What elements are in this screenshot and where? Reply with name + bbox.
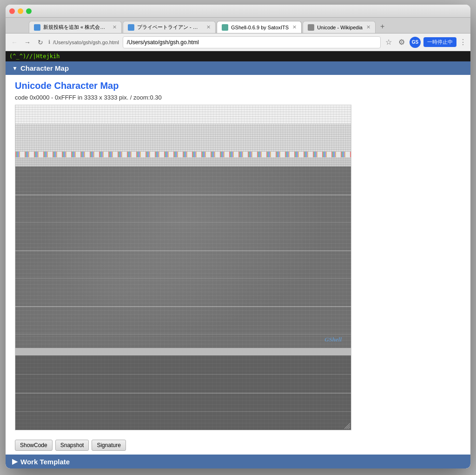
map-line-6 xyxy=(15,334,351,335)
char-map-dense-area: GShell xyxy=(15,167,351,348)
minimize-button[interactable] xyxy=(18,8,23,14)
lock-icon: ℹ xyxy=(48,39,50,45)
menu-icon[interactable]: ⋮ xyxy=(459,38,467,47)
char-map-light-band xyxy=(15,348,351,355)
tab-item-3[interactable]: Unicode - Wikipedia ✕ xyxy=(303,21,376,33)
gshell-watermark: GShell xyxy=(324,336,342,343)
bottom-line-1 xyxy=(15,374,351,375)
maximize-button[interactable] xyxy=(26,8,32,14)
title-bar xyxy=(6,5,470,18)
char-map-color-strip xyxy=(15,152,351,157)
map-line-2 xyxy=(15,222,351,223)
tab-close-2[interactable]: ✕ xyxy=(292,24,297,30)
char-map-top-strip-2 xyxy=(15,124,351,152)
forward-button[interactable]: → xyxy=(22,37,33,47)
section-header-title: Character Map xyxy=(20,64,69,72)
tab-item-2[interactable]: GShell-0.6.9 by SatoxITS ✕ xyxy=(217,21,302,33)
tab-close-1[interactable]: ✕ xyxy=(206,24,211,30)
bottom-line-2 xyxy=(15,393,351,394)
resize-handle[interactable] xyxy=(344,422,350,429)
tab-item-1[interactable]: プライベートライアン - 株式会社... ✕ xyxy=(123,21,216,33)
svg-line-2 xyxy=(348,427,350,429)
tab-favicon-1 xyxy=(128,24,134,31)
browser-window: 新規投稿を追加 « 株式会社 ITS m... ✕ プライベートライアン - 株… xyxy=(6,5,470,468)
tab-favicon-3 xyxy=(308,24,314,31)
close-button[interactable] xyxy=(9,8,15,14)
char-map-transition-1 xyxy=(15,157,351,167)
user-avatar[interactable]: GS xyxy=(410,37,421,48)
tab-favicon-2 xyxy=(222,24,228,31)
section-triangle-icon: ▼ xyxy=(12,65,18,72)
map-line-5 xyxy=(15,306,351,307)
char-map-bottom-dense xyxy=(15,355,351,430)
map-line-3 xyxy=(15,250,351,251)
console-text: (^_^)//|Htejkih xyxy=(9,53,60,60)
new-tab-button[interactable]: + xyxy=(377,20,388,33)
address-bar: ← → ↻ ℹ /Users/ysato/gsh/gsh.go.html ☆ ⚙… xyxy=(6,33,470,51)
char-map-container[interactable]: GShell xyxy=(15,105,351,430)
work-template-triangle-icon: ▶ xyxy=(12,457,18,466)
pause-button[interactable]: 一時停止中 xyxy=(423,37,456,47)
tab-close-0[interactable]: ✕ xyxy=(112,24,117,30)
back-button[interactable]: ← xyxy=(9,37,20,47)
url-input[interactable] xyxy=(123,36,381,48)
page-title: Unicode Character Map xyxy=(15,80,461,91)
tabs-bar: 新規投稿を追加 « 株式会社 ITS m... ✕ プライベートライアン - 株… xyxy=(6,18,470,33)
tab-item-0[interactable]: 新規投稿を追加 « 株式会社 ITS m... ✕ xyxy=(29,21,122,33)
work-template-title: Work Template xyxy=(20,458,70,466)
content-area: Unicode Character Map code 0x0000 - 0xFF… xyxy=(6,75,470,436)
buttons-row: ShowCode Snapshot Signature xyxy=(6,436,470,455)
avatar-initials: GS xyxy=(412,40,418,45)
section-header-work-template[interactable]: ▶ Work Template xyxy=(6,455,470,468)
tab-label-3: Unicode - Wikipedia xyxy=(317,25,363,30)
extensions-icon[interactable]: ⚙ xyxy=(397,38,407,47)
reload-button[interactable]: ↻ xyxy=(35,37,46,47)
tab-label-1: プライベートライアン - 株式会社... xyxy=(137,24,203,31)
console-bar: (^_^)//|Htejkih xyxy=(6,51,470,61)
page-content: (^_^)//|Htejkih ▼ Character Map Unicode … xyxy=(6,51,470,468)
map-line-4 xyxy=(15,278,351,279)
file-label: /Users/ysato/gsh/gsh.go.html xyxy=(53,40,119,45)
tab-label-0: 新規投稿を追加 « 株式会社 ITS m... xyxy=(43,24,109,31)
tab-label-2: GShell-0.6.9 by SatoxITS xyxy=(231,25,289,30)
map-line-1 xyxy=(15,194,351,195)
char-map-top-strip-1 xyxy=(15,105,351,124)
tab-close-3[interactable]: ✕ xyxy=(366,24,370,30)
bookmark-icon[interactable]: ☆ xyxy=(383,38,394,47)
bottom-line-3 xyxy=(15,411,351,412)
section-header-character-map[interactable]: ▼ Character Map xyxy=(6,61,470,75)
snapshot-button[interactable]: Snapshot xyxy=(55,440,89,451)
signature-button[interactable]: Signature xyxy=(92,440,126,451)
svg-line-1 xyxy=(346,425,350,429)
tab-favicon-0 xyxy=(34,24,40,31)
show-code-button[interactable]: ShowCode xyxy=(15,440,53,451)
char-map-info: code 0x0000 - 0xFFFF in 3333 x 3333 pix.… xyxy=(15,94,461,101)
